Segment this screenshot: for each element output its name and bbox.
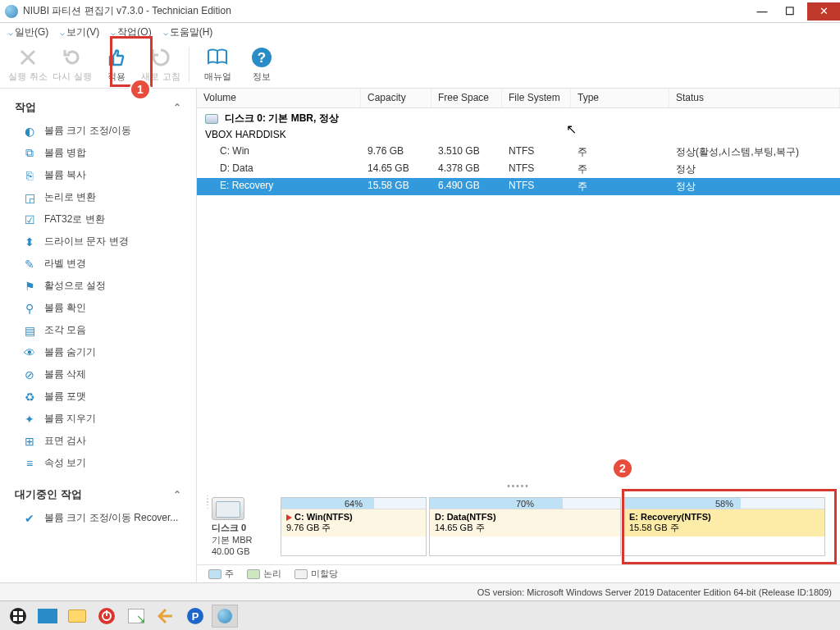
sidebar-item[interactable]: ⎘볼륨 복사 xyxy=(0,164,196,186)
sidebar-item[interactable]: ⚲볼륨 확인 xyxy=(0,297,196,319)
sidebar-item[interactable]: ⚑활성으로 설정 xyxy=(0,275,196,297)
sidebar-item[interactable]: ≡속성 보기 xyxy=(0,452,196,474)
svg-rect-6 xyxy=(19,617,23,621)
app-icon-2[interactable] xyxy=(153,605,179,628)
question-icon: ? xyxy=(250,46,273,69)
sidebar-section-ops[interactable]: 작업 ⌃ xyxy=(0,95,196,120)
col-type[interactable]: Type xyxy=(571,89,669,107)
flag-icon xyxy=(286,514,292,521)
sidebar-item[interactable]: ⊘볼륨 삭제 xyxy=(0,363,196,386)
power-icon[interactable] xyxy=(94,605,120,628)
minimize-button[interactable]: — xyxy=(748,2,776,21)
annotation-box-2 xyxy=(622,489,837,564)
chevron-up-icon: ⌃ xyxy=(173,102,181,113)
toolbar: 실행 취소 다시 실행 적용 새로 고침 매뉴얼 ? 정보 1 xyxy=(0,41,840,89)
undo-button[interactable]: 실행 취소 xyxy=(8,46,48,83)
format-icon: ♻ xyxy=(23,390,36,404)
sidebar-item-label: 속성 보기 xyxy=(44,456,86,470)
os-version-label: OS version: Microsoft Windows Server 201… xyxy=(477,587,832,597)
sidebar-item[interactable]: ☑FAT32로 변환 xyxy=(0,208,196,231)
sidebar-item-label: 볼륨 삭제 xyxy=(44,368,86,381)
manual-label: 매뉴얼 xyxy=(204,71,231,83)
surface-icon: ⊞ xyxy=(23,435,36,448)
sidebar-item[interactable]: ◲논리로 변환 xyxy=(0,186,196,208)
sidebar-item[interactable]: ◐볼륨 크기 조정/이동 xyxy=(0,120,196,142)
sidebar-item-label: 볼륨 복사 xyxy=(44,168,86,182)
disk-map-info[interactable]: 디스크 0 기본 MBR 40.00 GB xyxy=(212,497,277,556)
active-icon: ⚑ xyxy=(23,280,36,293)
menu-general[interactable]: ⌵일반(G) xyxy=(8,25,48,39)
sidebar-item-label: 표면 검사 xyxy=(44,434,86,448)
sidebar-item[interactable]: ♻볼륨 포맷 xyxy=(0,386,196,408)
taskview-icon[interactable] xyxy=(34,605,61,628)
app-icon-active[interactable] xyxy=(212,605,238,628)
sidebar-item-label: 볼륨 크기 조정/이동 xyxy=(44,124,131,138)
col-volume[interactable]: Volume xyxy=(197,89,361,107)
sidebar-item-label: 볼륨 포맷 xyxy=(44,390,86,404)
volume-row[interactable]: E: Recovery15.58 GB6.490 GBNTFS주정상 xyxy=(197,178,840,195)
logical-icon: ◲ xyxy=(23,191,36,204)
col-status[interactable]: Status xyxy=(669,89,840,107)
maximize-button[interactable]: ☐ xyxy=(776,2,804,21)
annotation-box-1 xyxy=(110,36,153,87)
svg-point-2 xyxy=(10,608,26,624)
redo-button[interactable]: 다시 실행 xyxy=(52,46,92,83)
col-fs[interactable]: File System xyxy=(502,89,571,107)
check-icon: ⚲ xyxy=(23,302,36,315)
close-button[interactable]: ✕ xyxy=(807,2,840,21)
wipe-icon: ✦ xyxy=(23,413,36,426)
sidebar-item[interactable]: ⧉볼륨 병합 xyxy=(0,142,196,164)
copy-icon: ⎘ xyxy=(23,169,36,182)
disk-map-partition[interactable]: 64% C: Win(NTFS)9.76 GB 주 xyxy=(281,497,427,556)
sidebar-item[interactable]: 👁볼륨 숨기기 xyxy=(0,341,196,363)
volume-row[interactable]: D: Data14.65 GB4.378 GBNTFS주정상 xyxy=(197,161,840,178)
sidebar-section-pending[interactable]: 대기중인 작업 ⌃ xyxy=(0,482,196,507)
sidebar-item[interactable]: ⬍드라이브 문자 변경 xyxy=(0,231,196,253)
sidebar-item[interactable]: ▤조각 모음 xyxy=(0,319,196,341)
sidebar-item-label: 논리로 변환 xyxy=(44,190,96,204)
pending-item[interactable]: ✔볼륨 크기 조정/이동 Recover... xyxy=(0,507,196,529)
sidebar-item-label: 볼륨 병합 xyxy=(44,146,86,160)
window-title: NIUBI 파티션 편집기 v7.3.0 - Technician Editio… xyxy=(23,4,748,18)
disk-icon xyxy=(205,114,218,124)
hide-icon: 👁 xyxy=(23,346,36,359)
app-icon-3[interactable]: P xyxy=(182,605,208,628)
info-label: 정보 xyxy=(253,71,271,83)
letter-icon: ⬍ xyxy=(23,235,36,249)
col-capacity[interactable]: Capacity xyxy=(361,89,431,107)
svg-rect-4 xyxy=(19,611,23,615)
pending-item-label: 볼륨 크기 조정/이동 Recover... xyxy=(44,511,178,525)
sidebar-item-label: 조각 모음 xyxy=(44,323,86,337)
props-icon: ≡ xyxy=(23,457,36,470)
col-free[interactable]: Free Space xyxy=(431,89,502,107)
start-button[interactable] xyxy=(5,605,31,628)
annotation-badge-1: 1 xyxy=(130,79,151,100)
menu-view[interactable]: ⌵보기(V) xyxy=(60,25,99,39)
title-bar: NIUBI 파티션 편집기 v7.3.0 - Technician Editio… xyxy=(0,0,840,23)
sidebar-item[interactable]: ✦볼륨 지우기 xyxy=(0,408,196,430)
info-button[interactable]: ? 정보 xyxy=(242,46,281,83)
app-icon-1[interactable]: ↘ xyxy=(123,605,149,628)
undo-label: 실행 취소 xyxy=(8,71,47,83)
sidebar-item-label: 드라이브 문자 변경 xyxy=(44,235,129,249)
svg-rect-3 xyxy=(13,611,17,615)
sidebar-item-label: 라벨 변경 xyxy=(44,257,86,271)
main-area: 작업 ⌃ ◐볼륨 크기 조정/이동⧉볼륨 병합⎘볼륨 복사◲논리로 변환☑FAT… xyxy=(0,89,840,582)
menu-help[interactable]: ⌵도움말(H) xyxy=(163,25,213,39)
explorer-icon[interactable] xyxy=(64,605,90,628)
content-area: Volume Capacity Free Space File System T… xyxy=(197,89,840,582)
sidebar-item[interactable]: ✎라벨 변경 xyxy=(0,253,196,275)
merge-icon: ⧉ xyxy=(23,147,36,160)
disk-map-partition[interactable]: 70% D: Data(NTFS)14.65 GB 주 xyxy=(429,497,621,556)
disk-map: ⋮⋮⋮ 디스크 0 기본 MBR 40.00 GB 64% C: Win(NTF… xyxy=(197,492,840,564)
disk-header[interactable]: 디스크 0: 기본 MBR, 정상 VBOX HARDDISK xyxy=(197,108,840,144)
svg-text:?: ? xyxy=(258,50,266,66)
status-bar: OS version: Microsoft Windows Server 201… xyxy=(0,582,840,600)
volume-row[interactable]: C: Win9.76 GB3.510 GBNTFS주정상(활성,시스템,부팅,복… xyxy=(197,144,840,161)
sidebar-item[interactable]: ⊞표면 검사 xyxy=(0,430,196,452)
fat32-icon: ☑ xyxy=(23,213,36,226)
redo-icon xyxy=(61,46,84,69)
manual-button[interactable]: 매뉴얼 xyxy=(198,46,237,83)
legend: 주 논리 미할당 xyxy=(197,564,840,582)
x-icon xyxy=(16,46,39,69)
